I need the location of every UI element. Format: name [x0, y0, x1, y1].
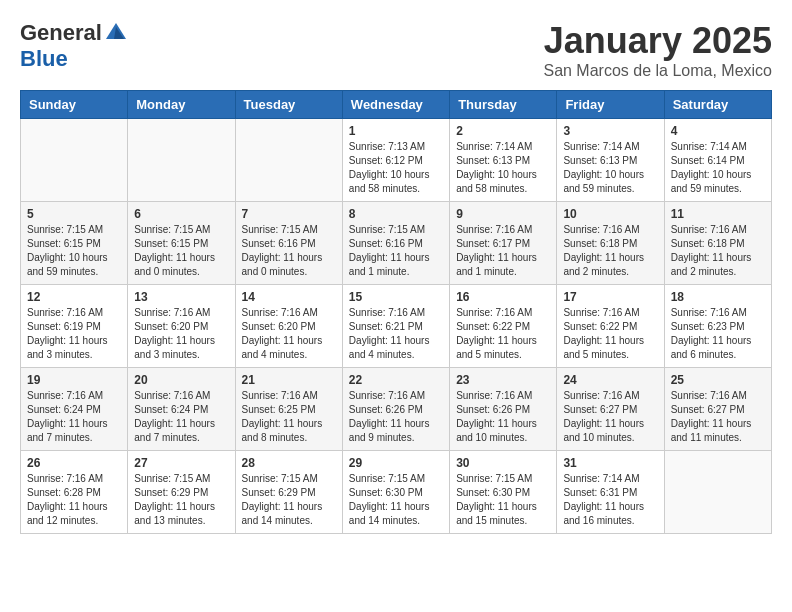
day-info: Sunrise: 7:16 AM Sunset: 6:24 PM Dayligh…: [27, 389, 121, 445]
page-header: General Blue January 2025 San Marcos de …: [20, 20, 772, 80]
day-number: 26: [27, 456, 121, 470]
day-info: Sunrise: 7:16 AM Sunset: 6:18 PM Dayligh…: [563, 223, 657, 279]
calendar-cell: 13Sunrise: 7:16 AM Sunset: 6:20 PM Dayli…: [128, 285, 235, 368]
day-number: 12: [27, 290, 121, 304]
day-info: Sunrise: 7:16 AM Sunset: 6:20 PM Dayligh…: [134, 306, 228, 362]
calendar-cell: 24Sunrise: 7:16 AM Sunset: 6:27 PM Dayli…: [557, 368, 664, 451]
day-info: Sunrise: 7:16 AM Sunset: 6:25 PM Dayligh…: [242, 389, 336, 445]
calendar-cell: 15Sunrise: 7:16 AM Sunset: 6:21 PM Dayli…: [342, 285, 449, 368]
day-info: Sunrise: 7:15 AM Sunset: 6:16 PM Dayligh…: [242, 223, 336, 279]
calendar-cell: 19Sunrise: 7:16 AM Sunset: 6:24 PM Dayli…: [21, 368, 128, 451]
day-number: 6: [134, 207, 228, 221]
calendar-week-4: 19Sunrise: 7:16 AM Sunset: 6:24 PM Dayli…: [21, 368, 772, 451]
day-number: 29: [349, 456, 443, 470]
day-info: Sunrise: 7:14 AM Sunset: 6:13 PM Dayligh…: [563, 140, 657, 196]
calendar-cell: 28Sunrise: 7:15 AM Sunset: 6:29 PM Dayli…: [235, 451, 342, 534]
calendar-week-1: 1Sunrise: 7:13 AM Sunset: 6:12 PM Daylig…: [21, 119, 772, 202]
day-number: 27: [134, 456, 228, 470]
calendar-week-2: 5Sunrise: 7:15 AM Sunset: 6:15 PM Daylig…: [21, 202, 772, 285]
calendar-header-monday: Monday: [128, 91, 235, 119]
calendar-cell: [664, 451, 771, 534]
calendar-cell: 1Sunrise: 7:13 AM Sunset: 6:12 PM Daylig…: [342, 119, 449, 202]
calendar-cell: 4Sunrise: 7:14 AM Sunset: 6:14 PM Daylig…: [664, 119, 771, 202]
day-info: Sunrise: 7:15 AM Sunset: 6:29 PM Dayligh…: [134, 472, 228, 528]
day-number: 28: [242, 456, 336, 470]
calendar-cell: 11Sunrise: 7:16 AM Sunset: 6:18 PM Dayli…: [664, 202, 771, 285]
day-number: 22: [349, 373, 443, 387]
day-number: 16: [456, 290, 550, 304]
calendar-cell: 25Sunrise: 7:16 AM Sunset: 6:27 PM Dayli…: [664, 368, 771, 451]
day-number: 13: [134, 290, 228, 304]
day-number: 7: [242, 207, 336, 221]
day-number: 30: [456, 456, 550, 470]
day-info: Sunrise: 7:15 AM Sunset: 6:29 PM Dayligh…: [242, 472, 336, 528]
calendar-cell: 12Sunrise: 7:16 AM Sunset: 6:19 PM Dayli…: [21, 285, 128, 368]
day-number: 4: [671, 124, 765, 138]
calendar-cell: 7Sunrise: 7:15 AM Sunset: 6:16 PM Daylig…: [235, 202, 342, 285]
calendar-cell: 2Sunrise: 7:14 AM Sunset: 6:13 PM Daylig…: [450, 119, 557, 202]
calendar-header-row: SundayMondayTuesdayWednesdayThursdayFrid…: [21, 91, 772, 119]
calendar-cell: 9Sunrise: 7:16 AM Sunset: 6:17 PM Daylig…: [450, 202, 557, 285]
day-number: 2: [456, 124, 550, 138]
logo-blue-text: Blue: [20, 46, 68, 72]
calendar-cell: 10Sunrise: 7:16 AM Sunset: 6:18 PM Dayli…: [557, 202, 664, 285]
calendar-cell: 18Sunrise: 7:16 AM Sunset: 6:23 PM Dayli…: [664, 285, 771, 368]
calendar-week-5: 26Sunrise: 7:16 AM Sunset: 6:28 PM Dayli…: [21, 451, 772, 534]
calendar-cell: 30Sunrise: 7:15 AM Sunset: 6:30 PM Dayli…: [450, 451, 557, 534]
calendar-header-saturday: Saturday: [664, 91, 771, 119]
day-number: 23: [456, 373, 550, 387]
day-info: Sunrise: 7:16 AM Sunset: 6:21 PM Dayligh…: [349, 306, 443, 362]
calendar-cell: 5Sunrise: 7:15 AM Sunset: 6:15 PM Daylig…: [21, 202, 128, 285]
day-number: 17: [563, 290, 657, 304]
day-number: 14: [242, 290, 336, 304]
calendar-header-thursday: Thursday: [450, 91, 557, 119]
day-info: Sunrise: 7:16 AM Sunset: 6:27 PM Dayligh…: [671, 389, 765, 445]
calendar-cell: 29Sunrise: 7:15 AM Sunset: 6:30 PM Dayli…: [342, 451, 449, 534]
day-info: Sunrise: 7:16 AM Sunset: 6:26 PM Dayligh…: [349, 389, 443, 445]
calendar-header-friday: Friday: [557, 91, 664, 119]
calendar-cell: 20Sunrise: 7:16 AM Sunset: 6:24 PM Dayli…: [128, 368, 235, 451]
day-info: Sunrise: 7:15 AM Sunset: 6:30 PM Dayligh…: [456, 472, 550, 528]
day-info: Sunrise: 7:16 AM Sunset: 6:26 PM Dayligh…: [456, 389, 550, 445]
day-number: 5: [27, 207, 121, 221]
logo-general-text: General: [20, 20, 102, 46]
calendar-header-tuesday: Tuesday: [235, 91, 342, 119]
month-title: January 2025: [543, 20, 772, 62]
day-info: Sunrise: 7:15 AM Sunset: 6:30 PM Dayligh…: [349, 472, 443, 528]
day-number: 11: [671, 207, 765, 221]
calendar-cell: [21, 119, 128, 202]
calendar-table: SundayMondayTuesdayWednesdayThursdayFrid…: [20, 90, 772, 534]
day-number: 15: [349, 290, 443, 304]
calendar-cell: 27Sunrise: 7:15 AM Sunset: 6:29 PM Dayli…: [128, 451, 235, 534]
calendar-header-sunday: Sunday: [21, 91, 128, 119]
day-number: 10: [563, 207, 657, 221]
day-info: Sunrise: 7:14 AM Sunset: 6:31 PM Dayligh…: [563, 472, 657, 528]
day-number: 9: [456, 207, 550, 221]
day-info: Sunrise: 7:15 AM Sunset: 6:16 PM Dayligh…: [349, 223, 443, 279]
calendar-cell: 26Sunrise: 7:16 AM Sunset: 6:28 PM Dayli…: [21, 451, 128, 534]
day-info: Sunrise: 7:13 AM Sunset: 6:12 PM Dayligh…: [349, 140, 443, 196]
calendar-cell: [128, 119, 235, 202]
day-number: 24: [563, 373, 657, 387]
calendar-header-wednesday: Wednesday: [342, 91, 449, 119]
logo: General Blue: [20, 20, 128, 72]
logo-icon: [104, 21, 128, 45]
calendar-cell: 31Sunrise: 7:14 AM Sunset: 6:31 PM Dayli…: [557, 451, 664, 534]
day-info: Sunrise: 7:16 AM Sunset: 6:22 PM Dayligh…: [456, 306, 550, 362]
day-info: Sunrise: 7:16 AM Sunset: 6:17 PM Dayligh…: [456, 223, 550, 279]
day-info: Sunrise: 7:15 AM Sunset: 6:15 PM Dayligh…: [27, 223, 121, 279]
day-info: Sunrise: 7:16 AM Sunset: 6:20 PM Dayligh…: [242, 306, 336, 362]
calendar-week-3: 12Sunrise: 7:16 AM Sunset: 6:19 PM Dayli…: [21, 285, 772, 368]
calendar-cell: 22Sunrise: 7:16 AM Sunset: 6:26 PM Dayli…: [342, 368, 449, 451]
calendar-cell: 8Sunrise: 7:15 AM Sunset: 6:16 PM Daylig…: [342, 202, 449, 285]
day-number: 20: [134, 373, 228, 387]
day-info: Sunrise: 7:16 AM Sunset: 6:27 PM Dayligh…: [563, 389, 657, 445]
day-number: 19: [27, 373, 121, 387]
location-title: San Marcos de la Loma, Mexico: [543, 62, 772, 80]
calendar-cell: 14Sunrise: 7:16 AM Sunset: 6:20 PM Dayli…: [235, 285, 342, 368]
day-info: Sunrise: 7:16 AM Sunset: 6:22 PM Dayligh…: [563, 306, 657, 362]
day-info: Sunrise: 7:16 AM Sunset: 6:19 PM Dayligh…: [27, 306, 121, 362]
day-info: Sunrise: 7:16 AM Sunset: 6:28 PM Dayligh…: [27, 472, 121, 528]
calendar-cell: 23Sunrise: 7:16 AM Sunset: 6:26 PM Dayli…: [450, 368, 557, 451]
day-number: 31: [563, 456, 657, 470]
